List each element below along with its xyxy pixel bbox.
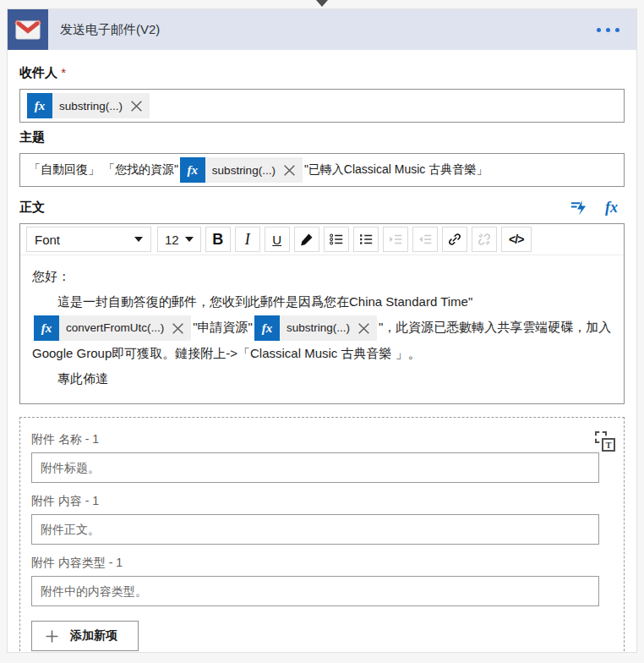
outdent-icon[interactable] bbox=[412, 227, 438, 252]
add-new-item-button[interactable]: 添加新项 bbox=[31, 621, 139, 651]
switch-to-array-icon[interactable]: T bbox=[595, 431, 615, 452]
more-menu-button[interactable] bbox=[595, 23, 621, 37]
card-header[interactable]: 发送电子邮件(V2) bbox=[8, 9, 636, 50]
subject-text-after: "已轉入Classical Music 古典音樂」 bbox=[303, 162, 489, 178]
expression-token-label: substring(...) bbox=[52, 100, 127, 112]
body-text: "申請資源" bbox=[193, 320, 253, 334]
expression-token-subject[interactable]: fx substring(...) bbox=[180, 157, 303, 183]
body-editor-content[interactable]: 您好： 這是一封自動答復的郵件，您收到此郵件是因爲您在China Standar… bbox=[20, 255, 624, 403]
remove-token-icon[interactable] bbox=[127, 99, 150, 113]
subject-input[interactable]: 「自動回復」 「您找的資源" fx substring(...) "已轉入Cla… bbox=[19, 153, 625, 187]
recipient-label: 收件人 * bbox=[19, 65, 625, 81]
remove-token-icon[interactable] bbox=[168, 321, 191, 336]
unlink-icon[interactable] bbox=[472, 227, 497, 252]
subject-label: 主题 bbox=[19, 129, 625, 145]
fx-icon: fx bbox=[254, 315, 280, 341]
body-label-row: 正文 fx bbox=[19, 198, 625, 217]
link-icon[interactable] bbox=[442, 227, 467, 252]
bold-button[interactable]: B bbox=[205, 227, 231, 252]
expression-token-label: substring(...) bbox=[205, 164, 280, 177]
send-email-action-card: 发送电子邮件(V2) 收件人 * fx substring(...) 主题 「自… bbox=[7, 8, 637, 653]
remove-token-icon[interactable] bbox=[354, 321, 377, 336]
editor-toolbar: Font 12 B I U bbox=[20, 224, 624, 255]
subject-text-before: 「自動回復」 「您找的資源" bbox=[27, 162, 180, 178]
attachment-content-input[interactable] bbox=[31, 514, 599, 545]
body-paragraph: 這是一封自動答復的郵件，您收到此郵件是因爲您在China Standard Ti… bbox=[32, 289, 612, 366]
body-editor: Font 12 B I U bbox=[19, 223, 625, 404]
chevron-down-icon bbox=[134, 237, 143, 242]
flow-connector-arrow bbox=[316, 0, 328, 7]
font-size-dropdown[interactable]: 12 bbox=[157, 227, 201, 252]
chevron-down-icon bbox=[185, 237, 194, 242]
attachment-name-label: 附件 名称 - 1 bbox=[31, 432, 588, 447]
attachment-name-input[interactable] bbox=[31, 452, 599, 483]
font-family-dropdown[interactable]: Font bbox=[26, 227, 151, 252]
attachment-content-label: 附件 内容 - 1 bbox=[31, 494, 588, 509]
expression-token-recipient[interactable]: fx substring(...) bbox=[27, 93, 150, 118]
underline-button[interactable]: U bbox=[265, 227, 290, 252]
expression-token-label: substring(...) bbox=[280, 315, 354, 341]
plus-icon bbox=[45, 629, 59, 644]
attachments-group: T 附件 名称 - 1 附件 内容 - 1 附件 内容类型 - 1 添加新项 bbox=[19, 417, 625, 653]
body-closing: 專此佈達 bbox=[32, 366, 612, 392]
fx-icon: fx bbox=[34, 315, 59, 341]
card-body: 收件人 * fx substring(...) 主题 「自動回復」 「您找的資源… bbox=[8, 50, 636, 653]
fx-icon: fx bbox=[27, 93, 52, 118]
expression-token-body-1[interactable]: fxconvertFromUtc(...) bbox=[34, 315, 191, 341]
attachment-content-type-label: 附件 内容类型 - 1 bbox=[31, 556, 588, 571]
fx-icon: fx bbox=[180, 157, 205, 183]
attachment-content-type-input[interactable] bbox=[31, 576, 599, 606]
body-greeting: 您好： bbox=[32, 264, 612, 289]
expression-token-label: convertFromUtc(...) bbox=[59, 315, 168, 341]
remove-token-icon[interactable] bbox=[280, 163, 303, 178]
expression-fx-icon[interactable]: fx bbox=[605, 199, 618, 216]
bullet-list-icon[interactable] bbox=[324, 227, 349, 252]
gmail-icon bbox=[8, 9, 48, 50]
expression-token-body-2[interactable]: fxsubstring(...) bbox=[254, 315, 377, 341]
body-text: 這是一封自動答復的郵件，您收到此郵件是因爲您在China Standard Ti… bbox=[57, 294, 472, 309]
required-asterisk: * bbox=[61, 65, 66, 79]
dynamic-content-icon[interactable] bbox=[569, 198, 588, 217]
text-color-pen-icon[interactable] bbox=[294, 227, 319, 252]
recipient-input[interactable]: fx substring(...) bbox=[19, 89, 625, 123]
numbered-list-icon[interactable] bbox=[353, 227, 379, 252]
body-label: 正文 bbox=[19, 200, 45, 216]
italic-button[interactable]: I bbox=[235, 227, 260, 252]
code-view-icon[interactable]: </> bbox=[501, 227, 532, 252]
card-title: 发送电子邮件(V2) bbox=[60, 22, 160, 38]
indent-icon[interactable] bbox=[383, 227, 408, 252]
